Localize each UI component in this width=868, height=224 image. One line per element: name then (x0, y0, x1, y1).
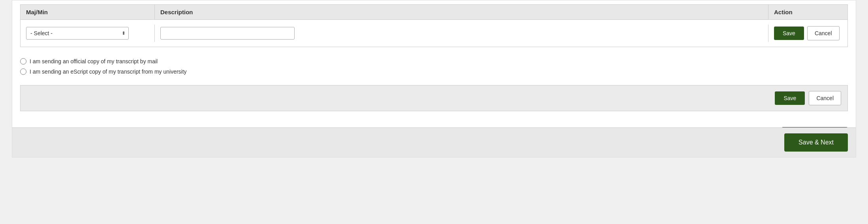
table-row: - Select - Major Minor Concentration ⬍ S… (21, 20, 847, 47)
radio-item-2: I am sending an eScript copy of my trans… (20, 68, 848, 75)
save-button[interactable]: Save (774, 27, 804, 40)
bottom-save-button[interactable]: Save (775, 91, 805, 105)
majmin-table: Maj/Min Description Action - Select - Ma… (20, 4, 848, 47)
col-description: Description (155, 5, 768, 19)
main-content: Maj/Min Description Action - Select - Ma… (12, 0, 856, 158)
cancel-button[interactable]: Cancel (807, 26, 840, 40)
table-header: Maj/Min Description Action (21, 5, 847, 20)
description-input[interactable] (160, 27, 295, 40)
save-next-button[interactable]: Save & Next (784, 133, 848, 152)
majmin-cell: - Select - Major Minor Concentration ⬍ (21, 25, 155, 42)
radio-mail[interactable] (20, 58, 26, 65)
radio-escript-label: I am sending an eScript copy of my trans… (30, 68, 187, 75)
radio-item-1: I am sending an official copy of my tran… (20, 58, 848, 65)
col-action: Action (768, 5, 847, 19)
radio-mail-label: I am sending an official copy of my tran… (30, 58, 158, 65)
radio-escript[interactable] (20, 68, 26, 75)
col-majmin: Maj/Min (21, 5, 155, 19)
action-buttons: Save Cancel (774, 26, 840, 40)
footer-bar: Save & Next (12, 127, 856, 157)
radio-section: I am sending an official copy of my tran… (20, 54, 848, 85)
majmin-select[interactable]: - Select - Major Minor Concentration (26, 27, 129, 40)
action-cell: Save Cancel (768, 24, 847, 43)
bottom-action-bar: Save Cancel (20, 85, 848, 111)
description-cell (155, 25, 768, 42)
select-wrapper: - Select - Major Minor Concentration ⬍ (26, 27, 129, 40)
bottom-cancel-button[interactable]: Cancel (809, 91, 841, 105)
